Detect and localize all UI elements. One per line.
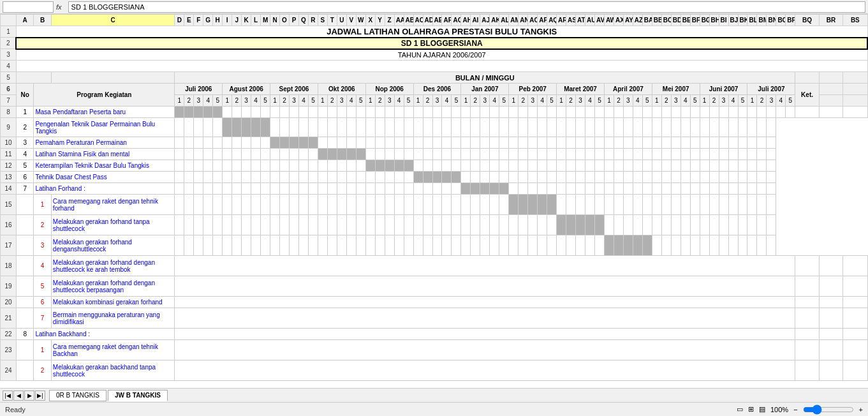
rownum-4: 4 [1,61,17,72]
col-c: C [51,15,175,26]
rownum-5: 5 [1,72,17,84]
row-15: 15 1 Cara memegang raket dengan tehnik f… [1,195,868,215]
row-22: 22 8 Latihan Backhand : [1,329,868,340]
sheet-tabs-bar: |◀ ◀ ▶ ▶| 0R B TANGKIS JW B TANGKIS [0,388,868,402]
rownum-7: 7 [1,95,17,107]
month-okt-06: Okt 2006 [318,84,365,95]
row-10: 10 3 Pemaham Peraturan Permainan [1,137,868,149]
row-14: 14 7 Latihan Forhand : [1,183,868,195]
row-17: 17 3 Melakukan gerakan forhand denganshu… [1,235,868,256]
row-8: 8 1 Masa Pendaftaran Peserta baru [1,107,868,118]
no-header: No [16,84,33,107]
month-agust-06: Agust 2006 [223,84,270,95]
month-des-06: Des 2006 [413,84,461,95]
empty-5b [51,72,175,84]
spreadsheet-table: A B C DEFGH IJKLM NOPQR STUVW XYZAAAB AC… [0,14,868,381]
subtitle-cell: SD 1 BLOGGERSIANA [16,38,867,49]
col-a: A [16,15,33,26]
month-mei-07: Mei 2007 [652,84,700,95]
cell-reference[interactable]: A2 [3,1,54,13]
formula-content: SD 1 BLOGGERSIANA [71,3,145,11]
zoom-slider[interactable] [803,405,854,415]
row-4: 4 [1,61,868,72]
view-preview-icon[interactable]: ▤ [759,405,765,413]
row-12: 12 5 Keterampilan Teknik Dasar Bulu Tang… [1,160,868,172]
row-24: 24 2 Melakukan gerakan backhand tanpa sh… [1,360,868,381]
formula-bar-container: A2 fx SD 1 BLOGGERSIANA [0,0,868,14]
zoom-plus-btn[interactable]: + [859,406,863,413]
row-5: 5 BULAN / MINGGU [1,72,868,84]
row-9: 9 2 Pengenalan Teknik Dasar Permainan Bu… [1,118,868,137]
formula-bar[interactable]: SD 1 BLOGGERSIANA [68,1,865,13]
month-nop-06: Nop 2006 [365,84,413,95]
tab-first-btn[interactable]: |◀ [3,390,13,401]
row-13: 13 6 Tehnik Dasar Chest Pass [1,172,868,183]
row-16: 16 2 Melakukan gerakan forhand tanpa shu… [1,215,868,235]
status-bar: Ready ▭ ⊞ ▤ 100% − + [0,402,868,416]
tab-prev-btn[interactable]: ◀ [13,390,24,401]
tab-last-btn[interactable]: ▶| [35,390,45,401]
row-21: 21 7 Bermain menggunaka peraturan yang d… [1,308,868,329]
sheet-tab-jw[interactable]: JW B TANGKIS [108,390,168,401]
rownum-2: 2 [1,38,17,49]
col-f: F [194,15,203,26]
row-3: 3 TAHUN AJARAN 2006/2007 [1,49,868,61]
row-23: 23 1 Cara memegang raket dengan tehnik B… [1,340,868,360]
rownum-3: 3 [1,49,17,61]
rownum-1: 1 [1,26,17,38]
title-cell: JADWAL LATIHAN OLAHRAGA PRESTASI BULU TA… [16,26,867,38]
col-d: D [175,15,184,26]
bulan-minggu-header: BULAN / MINGGU [175,72,795,84]
row-11: 11 4 Latihan Stamina Fisik dan mental [1,149,868,160]
ket-header: Ket. [795,84,819,107]
row-2: 2 SD 1 BLOGGERSIANA [1,38,868,49]
fx-label: fx [56,3,62,11]
tab-next-btn[interactable]: ▶ [24,390,34,401]
rownum-6: 6 [1,84,17,95]
row-18: 18 4 Melakukan gerakan forhand dengan sh… [1,256,868,276]
row-19: 19 5 Melakukan gerakan forhand dengan sh… [1,276,868,297]
view-normal-icon[interactable]: ▭ [737,405,743,413]
year-cell: TAHUN AJARAN 2006/2007 [16,49,867,61]
month-april-07: April 2007 [604,84,652,95]
status-right: ▭ ⊞ ▤ 100% − + [737,405,863,415]
zoom-minus-btn[interactable]: − [793,406,797,413]
month-jan-07: Jan 2007 [461,84,509,95]
col-g: G [203,15,213,26]
program-header: Program Kegiatan [34,84,175,107]
row-num-header [1,15,17,26]
month-juli-06: Juli 2006 [175,84,223,95]
month-juli-07: Juli 2007 [747,84,795,95]
col-e: E [184,15,194,26]
col-b: B [34,15,51,26]
zoom-level: 100% [770,406,788,413]
col-h: H [213,15,223,26]
status-text: Ready [5,406,26,413]
month-sept-06: Sept 2006 [270,84,318,95]
row-20: 20 6 Melakukan kombinasi gerakan forhand [1,297,868,308]
month-peb-07: Peb 2007 [509,84,557,95]
month-juni-07: Juni 2007 [700,84,747,95]
row-6: 6 No Program Kegiatan Juli 2006 Agust 20… [1,84,868,95]
row-1: 1 JADWAL LATIHAN OLAHRAGA PRESTASI BULU … [1,26,868,38]
empty-5a [16,72,51,84]
view-page-icon[interactable]: ⊞ [748,405,754,413]
tab-navigation: |◀ ◀ ▶ ▶| [3,390,45,401]
col-header-row: A B C DEFGH IJKLM NOPQR STUVW XYZAAAB AC… [1,15,868,26]
month-maret-07: Maret 2007 [557,84,605,95]
sheet-tab-0r[interactable]: 0R B TANGKIS [49,390,107,401]
